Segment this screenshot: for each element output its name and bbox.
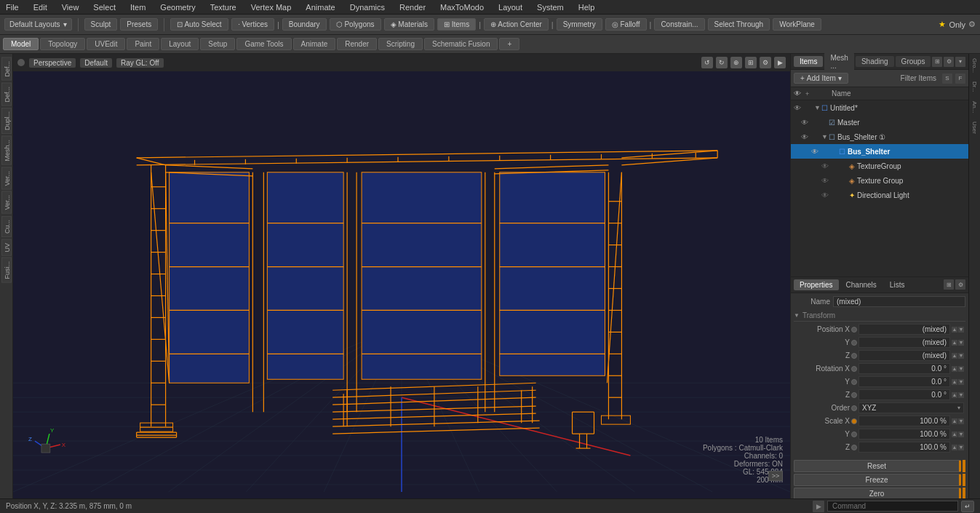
pos-y-dot[interactable]: [851, 340, 857, 346]
order-dropdown[interactable]: XYZ ▾: [859, 402, 964, 413]
menu-dynamics[interactable]: Dynamics: [347, 3, 388, 12]
tree-item-texture-group1[interactable]: 👁 ◈ TextureGroup: [791, 159, 968, 173]
menu-help[interactable]: Help: [575, 3, 598, 12]
pos-x-value[interactable]: (mixed): [859, 324, 950, 335]
tab-model[interactable]: Model: [3, 38, 39, 50]
rot-y-dot[interactable]: [851, 379, 857, 385]
tab-topology[interactable]: Topology: [40, 38, 85, 50]
rp-tab-groups[interactable]: Groups: [896, 56, 931, 67]
scl-x-dot[interactable]: [851, 418, 857, 424]
rot-y-value[interactable]: 0.0 °: [859, 376, 950, 387]
scl-z-value[interactable]: 100.0 %: [859, 442, 950, 453]
viewport[interactable]: Perspective Default Ray GL: Off ↺ ↻ ⊕ ⊞ …: [13, 54, 790, 498]
tree-item-dir-light[interactable]: 👁 ✦ Directional Light: [791, 188, 968, 202]
tree-item-texture-group2[interactable]: 👁 ◈ Texture Group: [791, 173, 968, 188]
tree-item-bus-shelter-parent[interactable]: 👁 ▼ ☐ Bus_Shelter ①: [791, 130, 968, 144]
constrain-btn[interactable]: Constrain...: [654, 18, 704, 31]
workplane-btn[interactable]: WorkPlane: [773, 18, 821, 31]
rot-z-value[interactable]: 0.0 °: [859, 389, 950, 400]
rp-expand-icon[interactable]: ⊞: [932, 57, 942, 67]
left-tab-ver1[interactable]: Ver...: [1, 167, 12, 190]
rp-settings-icon[interactable]: ⚙: [944, 57, 954, 67]
left-tab-dupl[interactable]: Dupl...: [1, 108, 12, 134]
gear-icon[interactable]: ⚙: [968, 20, 976, 29]
transform-arrow[interactable]: ▼: [794, 312, 800, 319]
rot-y-up[interactable]: ▲: [952, 379, 957, 385]
rot-y-dn[interactable]: ▼: [958, 379, 964, 385]
left-tab-cu[interactable]: Cu...: [1, 216, 12, 237]
sculpt-btn[interactable]: Sculpt: [84, 18, 118, 31]
edge-tab-dr[interactable]: Dr...: [970, 77, 979, 97]
rot-x-up[interactable]: ▲: [952, 366, 957, 372]
settings-icon[interactable]: ⚙: [760, 57, 771, 68]
menu-layout[interactable]: Layout: [495, 3, 525, 12]
rot-z-dot[interactable]: [851, 392, 857, 398]
tab-animate[interactable]: Animate: [293, 38, 336, 50]
viewport-dot[interactable]: [17, 59, 25, 66]
pos-x-up[interactable]: ▲: [952, 327, 957, 333]
grid-icon[interactable]: ⊞: [745, 57, 757, 68]
menu-edit[interactable]: Edit: [31, 3, 50, 12]
tab-game-tools[interactable]: Game Tools: [236, 38, 291, 50]
auto-select-btn[interactable]: ⊡ Auto Select: [170, 18, 228, 31]
menu-system[interactable]: System: [534, 3, 567, 12]
tab-render[interactable]: Render: [337, 38, 377, 50]
expand-untitled[interactable]: ▼: [814, 104, 821, 111]
menu-texture[interactable]: Texture: [207, 3, 239, 12]
menu-select[interactable]: Select: [90, 3, 119, 12]
pos-x-dot[interactable]: [851, 327, 857, 333]
order-dot[interactable]: [851, 405, 857, 411]
edge-tab-gro[interactable]: Gro...: [970, 54, 979, 77]
viewport-expand-btn[interactable]: >>: [768, 471, 783, 481]
pos-z-value[interactable]: (mixed): [859, 350, 950, 361]
symmetry-btn[interactable]: Symmetry: [557, 18, 602, 31]
left-tab-def1[interactable]: Def...: [1, 57, 12, 81]
tab-setup[interactable]: Setup: [200, 38, 235, 50]
redo-icon[interactable]: ↻: [716, 57, 728, 68]
reset-btn[interactable]: Reset: [794, 460, 961, 472]
scl-z-dot[interactable]: [851, 445, 857, 450]
rot-z-dn[interactable]: ▼: [958, 392, 964, 398]
props-expand-btn[interactable]: ⊞: [944, 279, 954, 290]
fit-icon[interactable]: ⊕: [730, 57, 742, 68]
pos-y-dn[interactable]: ▼: [958, 340, 964, 346]
scl-x-dn[interactable]: ▼: [958, 418, 964, 424]
layout-dropdown[interactable]: Default Layouts ▾: [4, 18, 72, 31]
left-tab-def2[interactable]: Def...: [1, 83, 12, 106]
menu-item[interactable]: Item: [127, 3, 148, 12]
props-tab-lists[interactable]: Lists: [884, 279, 911, 290]
tree-item-untitled[interactable]: 👁 ▼ ☐ Untitled*: [791, 100, 968, 115]
command-run-btn[interactable]: ▶: [813, 501, 824, 512]
select-through-btn[interactable]: Select Through: [708, 18, 770, 31]
tab-add[interactable]: +: [499, 38, 519, 50]
tree-item-master[interactable]: 👁 ☑ Master: [791, 115, 968, 130]
rp-tab-mesh[interactable]: Mesh ...: [824, 52, 853, 71]
pos-z-dot[interactable]: [851, 353, 857, 359]
pos-x-dn[interactable]: ▼: [958, 327, 964, 333]
scl-y-dot[interactable]: [851, 432, 857, 437]
menu-render[interactable]: Render: [397, 3, 429, 12]
scl-z-dn[interactable]: ▼: [958, 445, 964, 450]
freeze-btn[interactable]: Freeze: [794, 474, 961, 486]
add-item-btn[interactable]: + Add Item ▾: [794, 73, 848, 84]
props-settings-btn[interactable]: ⚙: [955, 279, 965, 290]
vertices-btn[interactable]: ⋅ Vertices: [231, 18, 274, 31]
menu-view[interactable]: View: [59, 3, 82, 12]
menu-file[interactable]: File: [3, 3, 22, 12]
tab-paint[interactable]: Paint: [127, 38, 159, 50]
rot-x-dn[interactable]: ▼: [958, 366, 964, 372]
pos-y-up[interactable]: ▲: [952, 340, 957, 346]
rp-tab-shading[interactable]: Shading: [856, 56, 894, 67]
left-tab-fusi[interactable]: Fusi...: [1, 258, 12, 283]
zero-btn[interactable]: Zero: [794, 488, 961, 499]
pos-z-up[interactable]: ▲: [952, 353, 957, 359]
scl-x-up[interactable]: ▲: [952, 418, 957, 424]
filter-f-btn[interactable]: F: [955, 73, 965, 84]
pos-z-dn[interactable]: ▼: [958, 353, 964, 359]
materials-btn[interactable]: ◈ Materials: [384, 18, 434, 31]
left-tab-mesh[interactable]: Mesh...: [1, 136, 12, 165]
tab-schematic-fusion[interactable]: Schematic Fusion: [424, 38, 498, 50]
tab-layout[interactable]: Layout: [161, 38, 199, 50]
scl-y-value[interactable]: 100.0 %: [859, 429, 950, 440]
left-tab-uv[interactable]: UV: [1, 239, 12, 256]
